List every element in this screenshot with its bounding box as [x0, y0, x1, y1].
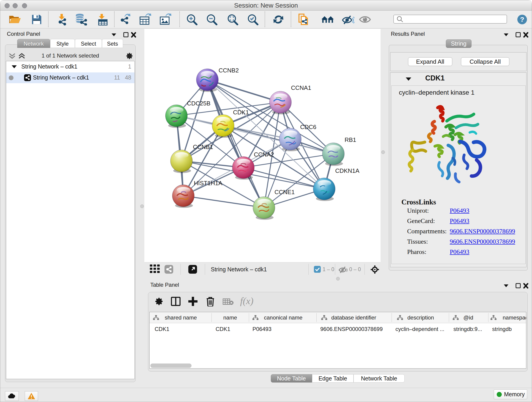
svg-text:CDK1: CDK1	[233, 109, 249, 116]
svg-text:CDKN1A: CDKN1A	[335, 167, 360, 174]
svg-text:RB1: RB1	[345, 136, 356, 143]
svg-text:CDC6: CDC6	[300, 123, 317, 130]
svg-text:CCNB2: CCNB2	[219, 67, 239, 74]
svg-text:CCNE1: CCNE1	[274, 189, 295, 196]
svg-text:CCNA1: CCNA1	[291, 84, 311, 91]
svg-text:CCNA2: CCNA2	[254, 151, 274, 158]
svg-text:?: ?	[520, 16, 524, 23]
svg-text:CDC25B: CDC25B	[187, 100, 210, 107]
svg-text:CCNB1: CCNB1	[193, 143, 213, 150]
svg-text:HIST1H1A: HIST1H1A	[194, 180, 222, 186]
